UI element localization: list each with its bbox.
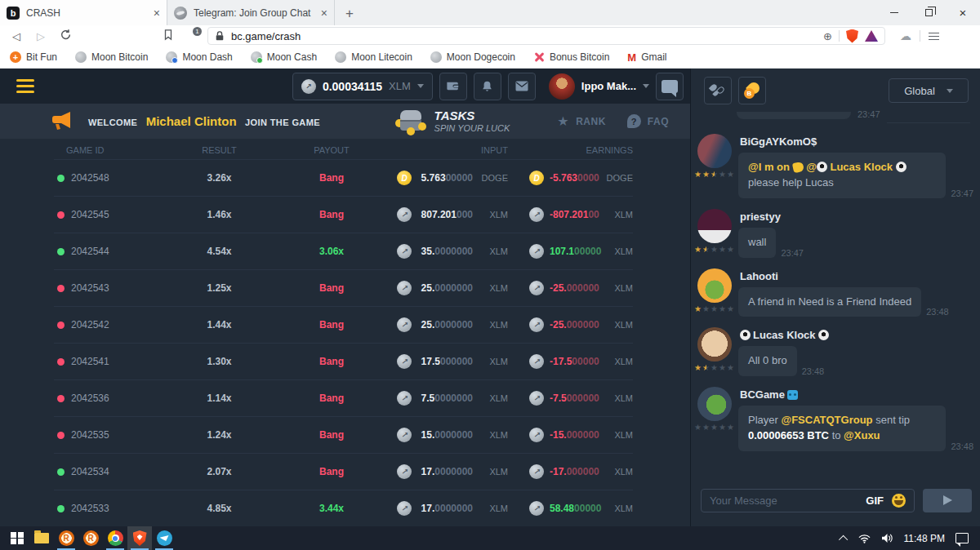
start-button[interactable] (5, 526, 29, 550)
earnings-amount: -807.20100 (550, 209, 599, 220)
message-username[interactable]: Lahooti (740, 270, 973, 282)
brave-button[interactable] (127, 526, 152, 550)
message-username[interactable]: Lucas Klock (740, 329, 973, 341)
messages-button[interactable] (508, 73, 536, 100)
balance-amount: 0.00034115 (323, 80, 382, 93)
earnings-currency: XLM (605, 357, 633, 366)
coin-icon (397, 317, 412, 332)
earnings-cell: -807.20100 XLM (529, 207, 633, 222)
bookmark-gmail[interactable]: MGmail (627, 51, 666, 64)
avatar[interactable] (697, 209, 732, 243)
speaker-icon[interactable] (881, 533, 893, 543)
bookmark-bonus-bitcoin[interactable]: Bonus Bitcoin (533, 51, 609, 63)
table-row[interactable]: 2042543 1.25x Bang 25.0000000 XLM (54, 269, 633, 306)
gif-button[interactable]: GIF (866, 495, 884, 507)
tray-expand-icon[interactable] (838, 534, 847, 543)
send-button[interactable] (923, 489, 972, 512)
file-explorer-button[interactable] (29, 526, 54, 550)
chat-messages[interactable]: 23:47 ★★★★★ BiGgAYKomO$ (691, 106, 980, 484)
tasks-subtitle: SPIN YOUR LUCK (434, 123, 510, 133)
message-username[interactable]: BiGgAYKomO$ (740, 135, 973, 148)
forward-button[interactable]: ▷ (33, 30, 49, 42)
welcome-banner: WELCOME Michael Clinton JOIN THE GAME TA… (0, 104, 690, 139)
table-row[interactable]: 2042542 1.44x Bang 25.0000000 XLM (54, 306, 633, 343)
message-username[interactable]: BCGame (740, 388, 973, 401)
wifi-icon[interactable] (858, 534, 871, 543)
brave-shield-icon[interactable] (846, 29, 858, 43)
result-cell: 1.46x (172, 209, 266, 220)
minimize-button[interactable] (877, 0, 911, 25)
r-coin-icon: R (59, 530, 74, 546)
faq-button[interactable]: ? FAQ (627, 114, 669, 128)
notifications-button[interactable] (474, 73, 501, 100)
close-tab-icon[interactable]: × (154, 7, 160, 20)
earnings-currency: XLM (607, 503, 633, 513)
chat-room-selector[interactable]: Global (889, 78, 969, 103)
telegram-button[interactable] (152, 526, 176, 550)
url-text[interactable]: bc.game/crash (231, 30, 817, 42)
message-list: ★★★★★ BiGgAYKomO$ @I m on @ Lucas Klock … (696, 123, 973, 451)
table-row[interactable]: 2042536 1.14x Bang 7.50000000 XLM (54, 379, 633, 416)
close-tab-icon[interactable]: × (321, 7, 327, 20)
emoji-picker-icon[interactable] (892, 494, 906, 508)
table-row[interactable]: 2042548 3.26x Bang 5.76300000 DOGE (54, 159, 633, 196)
tab-telegram[interactable]: Telegram: Join Group Chat × (167, 0, 335, 25)
table-row[interactable]: 2042534 2.07x Bang 17.0000000 XLM (54, 453, 633, 490)
sync-cloud-icon[interactable]: ☁ (900, 29, 911, 42)
game-id-cell: 2042542 (54, 319, 172, 330)
site-menu-icon[interactable] (16, 79, 34, 93)
rain-button[interactable] (704, 77, 732, 104)
table-row[interactable]: 2042541 1.30x Bang 17.5000000 XLM (54, 343, 633, 379)
avatar[interactable] (697, 327, 732, 361)
table-row[interactable]: 2042544 4.54x 3.06x 35.0000000 XLM (54, 233, 633, 269)
address-bar[interactable]: bc.game/crash ⊕ (207, 27, 885, 45)
tab-crash[interactable]: b CRASH × (0, 0, 167, 25)
tasks-widget[interactable]: TASKS SPIN YOUR LUCK (395, 109, 510, 134)
back-button[interactable]: ◁ (8, 30, 24, 42)
chrome-button[interactable] (103, 526, 127, 550)
message-username[interactable]: priestyy (740, 211, 973, 223)
app-r2-button[interactable]: R (78, 526, 103, 550)
browser-menu-icon[interactable] (929, 33, 939, 40)
message-bubble: All 0 bro (738, 346, 797, 376)
bookmark-moon-dogecoin[interactable]: Moon Dogecoin (430, 51, 515, 63)
close-button[interactable]: × (946, 0, 980, 25)
bookmark-moon-bitcoin[interactable]: Moon Bitcoin (75, 51, 148, 63)
action-center-icon[interactable] (956, 533, 969, 543)
avatar[interactable] (697, 268, 732, 303)
avatar[interactable] (697, 387, 732, 421)
table-row[interactable]: 2042535 1.24x Bang 15.0000000 XLM (54, 416, 633, 453)
chat-message: ★★★★★ Lahooti A friend in Need is a Frie… (696, 268, 973, 317)
coin-drop-button[interactable]: B (738, 77, 766, 104)
bat-rewards-icon[interactable] (865, 30, 878, 42)
bookmark-moon-litecoin[interactable]: Moon Litecoin (335, 51, 412, 63)
wallet-button[interactable] (439, 73, 467, 100)
bookmark-moon-dash[interactable]: Moon Dash (166, 51, 232, 63)
app-r1-button[interactable]: R (54, 526, 78, 550)
gmail-favicon: M (627, 51, 636, 64)
table-row[interactable]: 2042533 4.85x 3.44x 17.0000000 XLM (54, 490, 633, 526)
bookmark-manager-icon[interactable] (160, 29, 176, 43)
bookmark-bitfun[interactable]: +Bit Fun (10, 51, 57, 63)
avatar[interactable] (697, 134, 732, 168)
user-rating-stars: ★★★★★ (694, 245, 735, 254)
chat-toggle-button[interactable] (656, 73, 684, 100)
bookmark-moon-cash[interactable]: Moon Cash (251, 51, 317, 63)
circled-plus-icon[interactable]: ⊕ (823, 30, 832, 42)
earnings-cell: -17.500000 XLM (529, 354, 633, 369)
clock[interactable]: 11:48 PM (904, 533, 945, 544)
status-dot (57, 322, 65, 329)
new-tab-button[interactable]: + (338, 2, 361, 25)
balance-selector[interactable]: 0.00034115 XLM (292, 73, 433, 100)
table-row[interactable]: 2042545 1.46x Bang 807.201000 XLM (54, 196, 633, 233)
message-input-box[interactable]: GIF (701, 489, 915, 512)
game-id-cell: 2042548 (54, 172, 172, 184)
chat-message: ★★★★★ priestyy wall 23:47 (696, 209, 973, 258)
result-cell: 3.26x (172, 172, 266, 184)
maximize-button[interactable] (911, 0, 946, 25)
game-id: 2042542 (71, 319, 109, 330)
reload-button[interactable] (57, 29, 74, 43)
user-menu[interactable]: Ippo Mak... (549, 73, 649, 100)
message-input[interactable] (710, 495, 858, 507)
rank-button[interactable]: ★ RANK (557, 113, 606, 129)
